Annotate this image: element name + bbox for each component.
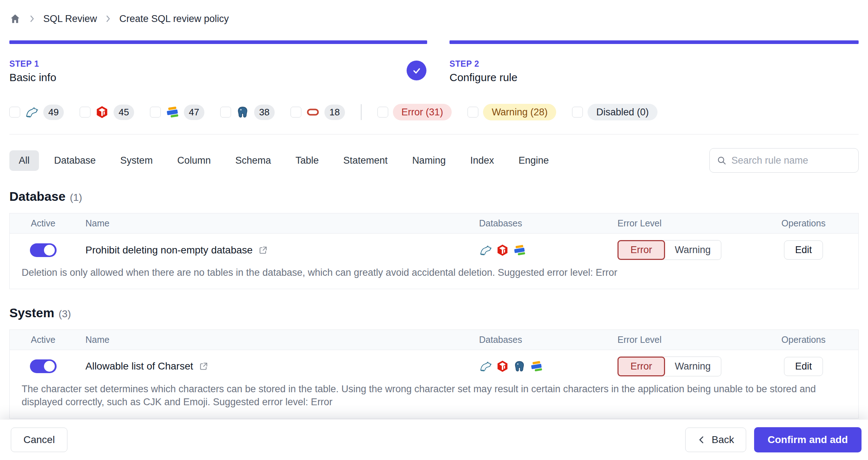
step-1-completed-badge bbox=[407, 61, 426, 80]
tab-schema[interactable]: Schema bbox=[226, 150, 280, 171]
back-button-label: Back bbox=[712, 434, 734, 446]
section-count: (3) bbox=[59, 308, 71, 320]
section-title: System bbox=[9, 306, 54, 320]
filter-engine-mysql: 49 bbox=[9, 105, 64, 120]
toggle-knob bbox=[44, 361, 55, 372]
filter-level-disabled: Disabled (0) bbox=[572, 104, 657, 120]
filter-engine-oracle: 18 bbox=[291, 105, 345, 120]
step-2-title: Configure rule bbox=[449, 71, 859, 84]
chevron-left-icon bbox=[697, 435, 707, 444]
oceanbase-count-badge: 47 bbox=[184, 105, 204, 120]
section-heading-system: System (3) bbox=[9, 306, 859, 320]
confirm-and-add-button[interactable]: Confirm and add bbox=[754, 427, 862, 452]
table-row: Prohibit deleting non-empty database Err… bbox=[10, 234, 858, 260]
error-option-button[interactable]: Error bbox=[617, 357, 665, 376]
tab-table[interactable]: Table bbox=[286, 150, 328, 171]
search-icon bbox=[716, 155, 727, 166]
tidb-checkbox[interactable] bbox=[80, 107, 90, 118]
tidb-icon bbox=[496, 244, 509, 257]
disabled-level-badge[interactable]: Disabled (0) bbox=[588, 104, 657, 120]
rule-databases-cell bbox=[475, 360, 597, 373]
column-header-active: Active bbox=[31, 218, 55, 229]
oceanbase-icon bbox=[165, 105, 179, 119]
section-title: Database bbox=[9, 189, 66, 204]
warning-level-badge[interactable]: Warning (28) bbox=[483, 104, 556, 120]
filter-bar: 49 45 47 38 18 Error (31) War bbox=[9, 104, 859, 120]
column-header-operations: Operations bbox=[781, 218, 825, 229]
external-link-icon[interactable] bbox=[258, 245, 268, 255]
mysql-icon bbox=[25, 105, 39, 119]
toggle-knob bbox=[44, 245, 55, 256]
error-level-segmented-control: Error Warning bbox=[617, 357, 749, 376]
tab-naming[interactable]: Naming bbox=[403, 150, 455, 171]
tab-index[interactable]: Index bbox=[461, 150, 503, 171]
oracle-checkbox[interactable] bbox=[291, 107, 301, 118]
tab-engine[interactable]: Engine bbox=[509, 150, 558, 171]
category-tabs: All Database System Column Schema Table … bbox=[9, 148, 859, 173]
tab-system[interactable]: System bbox=[111, 150, 162, 171]
cancel-button[interactable]: Cancel bbox=[11, 428, 67, 452]
search-box bbox=[709, 148, 859, 173]
rule-name: Allowable list of Charset bbox=[85, 361, 193, 372]
mysql-icon bbox=[479, 244, 492, 257]
error-level-segmented-control: Error Warning bbox=[617, 240, 749, 260]
tab-column[interactable]: Column bbox=[168, 150, 220, 171]
rule-active-toggle[interactable] bbox=[30, 243, 57, 257]
section-count: (1) bbox=[70, 192, 82, 203]
tidb-count-badge: 45 bbox=[114, 105, 134, 120]
tab-all[interactable]: All bbox=[9, 150, 39, 171]
column-header-error-level: Error Level bbox=[597, 335, 749, 345]
external-link-icon[interactable] bbox=[199, 361, 209, 371]
tidb-icon bbox=[95, 105, 109, 119]
oracle-count-badge: 18 bbox=[324, 105, 345, 120]
edit-button[interactable]: Edit bbox=[784, 240, 823, 260]
search-input[interactable] bbox=[731, 155, 852, 166]
create-sql-review-policy-page: SQL Review Create SQL review policy STEP… bbox=[0, 0, 868, 460]
database-rules-table: Active Name Databases Error Level Operat… bbox=[9, 213, 859, 289]
filter-level-warning: Warning (28) bbox=[468, 104, 556, 120]
back-button[interactable]: Back bbox=[685, 428, 746, 452]
filter-engine-postgresql: 38 bbox=[220, 105, 275, 120]
postgresql-checkbox[interactable] bbox=[220, 107, 231, 118]
step-1-progress-bar bbox=[9, 40, 427, 44]
rule-active-toggle[interactable] bbox=[30, 359, 57, 373]
chevron-right-icon bbox=[27, 14, 37, 23]
filter-level-error: Error (31) bbox=[377, 104, 452, 120]
warning-level-checkbox[interactable] bbox=[468, 107, 478, 118]
table-row: Allowable list of Charset Error Warning … bbox=[10, 350, 858, 376]
error-level-checkbox[interactable] bbox=[377, 107, 388, 118]
mysql-icon bbox=[479, 360, 492, 373]
column-header-databases: Databases bbox=[475, 218, 597, 229]
footer-action-bar: Cancel Back Confirm and add bbox=[0, 420, 868, 460]
mysql-checkbox[interactable] bbox=[9, 107, 20, 118]
disabled-level-checkbox[interactable] bbox=[572, 107, 583, 118]
system-rules-table: Active Name Databases Error Level Operat… bbox=[9, 329, 859, 419]
breadcrumb-sql-review[interactable]: SQL Review bbox=[43, 13, 97, 25]
warning-option-button[interactable]: Warning bbox=[663, 357, 721, 376]
warning-option-button[interactable]: Warning bbox=[663, 240, 721, 260]
tab-statement[interactable]: Statement bbox=[334, 150, 397, 171]
rule-description: The character set determines which chara… bbox=[10, 376, 858, 418]
home-icon[interactable] bbox=[9, 13, 21, 25]
column-header-name: Name bbox=[76, 335, 475, 345]
tab-database[interactable]: Database bbox=[45, 150, 105, 171]
error-option-button[interactable]: Error bbox=[617, 240, 665, 260]
rule-name-cell: Prohibit deleting non-empty database bbox=[76, 244, 475, 256]
oceanbase-checkbox[interactable] bbox=[150, 107, 161, 118]
divider bbox=[9, 134, 859, 134]
column-header-error-level: Error Level bbox=[597, 218, 749, 229]
filter-engine-tidb: 45 bbox=[80, 105, 134, 120]
step-1[interactable]: STEP 1 Basic info bbox=[9, 40, 427, 84]
section-heading-database: Database (1) bbox=[9, 189, 859, 204]
edit-button[interactable]: Edit bbox=[784, 357, 823, 376]
chevron-right-icon bbox=[103, 14, 113, 23]
breadcrumb: SQL Review Create SQL review policy bbox=[9, 0, 859, 27]
step-2[interactable]: STEP 2 Configure rule bbox=[449, 40, 859, 84]
oceanbase-icon bbox=[513, 244, 526, 257]
column-header-active: Active bbox=[31, 335, 55, 345]
error-level-badge[interactable]: Error (31) bbox=[393, 104, 452, 120]
check-icon bbox=[411, 65, 422, 76]
postgresql-icon bbox=[236, 105, 249, 119]
column-header-databases: Databases bbox=[475, 335, 597, 345]
postgresql-icon bbox=[513, 360, 526, 373]
